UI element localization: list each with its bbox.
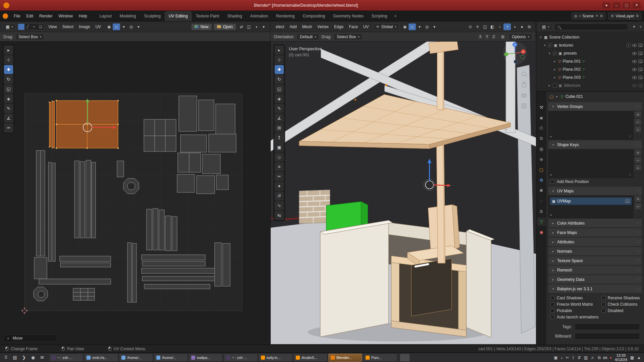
workspace-tab[interactable]: Sculpting [140,11,165,21]
edge-select-mode-icon[interactable]: ╱ [24,24,31,30]
menu-item[interactable]: Mesh [300,23,315,30]
taskbar-window-button[interactable]: Pars... [363,354,397,362]
taskbar-window-button[interactable]: wallpa... [189,354,223,362]
record-icon[interactable]: ● [609,356,612,360]
network-icon[interactable]: ⇵ [578,355,581,360]
chevron-down-icon[interactable]: ▾ [539,36,542,39]
drag-grip-icon[interactable]: ∷ [637,259,639,262]
maximize-button[interactable]: ▢ [623,2,631,8]
chevron-right-icon[interactable]: ▸ [553,76,556,79]
eye-icon[interactable] [632,44,637,47]
heart-icon[interactable]: ♥ [602,2,610,8]
exclude-checkbox[interactable] [627,43,631,47]
music-player-icon[interactable]: ♪ [560,355,562,360]
uv-selected-island[interactable] [49,100,119,149]
workspace-tab[interactable]: Texture Paint [192,11,223,21]
move-tool[interactable]: ✚ [275,65,284,74]
eject-icon[interactable]: ▲ [637,355,641,360]
add-rest-position-checkbox[interactable] [550,180,554,184]
constraints-tab[interactable]: ≣ [537,207,546,215]
menu-item[interactable]: Edge [331,23,346,30]
menu-item[interactable]: Window [55,12,76,20]
navigation-gizmo[interactable]: Z X [503,42,527,65]
camera-icon[interactable] [638,60,643,63]
copy-icon[interactable]: ⧉ [636,14,639,18]
specials-menu-button[interactable]: ⌄ [635,126,641,132]
cart-pole[interactable] [436,145,445,263]
new-image-button[interactable]: New [191,23,212,30]
properties-panel-header[interactable]: ▸ Geometry Data ∷ [548,275,642,284]
snap-magnet-icon[interactable]: ∩ [113,23,120,30]
billboard-dropdown[interactable] [575,333,640,340]
eye-icon[interactable] [632,52,637,55]
uv-map-row[interactable]: ▦ UVMap [550,197,632,205]
chevron-right-icon[interactable]: ▸ [553,60,556,63]
outliner-row-3dtexture[interactable]: ▸ ▣ 3dtexture [538,81,643,89]
browser-icon[interactable]: ◉ [29,354,37,362]
bluetooth-icon[interactable]: ᛒ [572,355,575,360]
display-icon[interactable]: ▥ [584,355,588,360]
minimize-button[interactable]: – [612,2,621,8]
drag-grip-icon[interactable]: ∷ [637,189,639,193]
proportional-edit-icon[interactable]: ◎ [423,23,431,30]
annotate-tool[interactable]: ✎ [4,104,13,113]
rotate-tool[interactable]: ↻ [275,75,284,84]
measure-tool[interactable]: ∡ [4,114,13,123]
open-image-button[interactable]: Open [214,23,236,30]
notification-icon[interactable]: ▣ [554,355,557,360]
vertex-groups-panel-header[interactable]: ▾ Vertex Groups ∷ [548,102,642,111]
camera-icon[interactable] [638,44,643,47]
proportional-falloff-caret-icon[interactable]: ▾ [431,23,438,30]
menu-item[interactable]: Face [346,23,361,30]
world-tab[interactable]: ⊕ [537,155,546,163]
taskbar-window-button[interactable]: ~ : zsh ... [49,354,83,362]
remove-vertex-group-button[interactable]: − [635,119,641,125]
workspace-tab[interactable]: Shading [223,11,246,21]
transform-tool[interactable]: ◈ [275,94,284,103]
search-input[interactable] [562,25,626,29]
shape-keys-list[interactable]: ▸ ⠿ [548,149,633,178]
orientation-dropdown[interactable]: Default ▾ [297,34,319,40]
babylon-option[interactable]: Disabled [601,308,640,313]
overlays-caret-icon[interactable]: ▾ [260,23,267,30]
properties-panel-header[interactable]: ▸ Normals ∷ [548,247,642,255]
expand-icon[interactable]: ⧉ [526,23,533,30]
eye-icon[interactable] [632,60,637,63]
solid-shading-icon[interactable]: ◔ [503,23,511,30]
specials-icon[interactable]: ▸ [550,173,552,176]
menu-item[interactable]: View [46,23,60,30]
menu-item[interactable]: elect [273,23,287,30]
menu-item[interactable]: Render [36,12,55,20]
camera-icon[interactable] [625,199,630,203]
uv-maps-list[interactable]: ▦ UVMap ▸ [548,196,633,218]
chevron-right-icon[interactable]: ▸ [553,68,556,71]
rendered-shading-icon[interactable]: ● [518,23,526,30]
menu-item[interactable]: UV [93,23,104,30]
material-tab[interactable]: ◉ [537,228,546,236]
terminal-icon[interactable]: ❯ [20,354,28,362]
taskbar-window-button[interactable]: Blender... [328,354,362,362]
calendar-icon[interactable]: ▦ [630,355,634,360]
scale-tool[interactable]: ◱ [4,84,13,94]
drag-grip-icon[interactable]: ∷ [637,143,639,146]
drag-grip-icon[interactable]: ∷ [637,240,639,244]
pivot-point-icon[interactable]: ◉ [105,23,113,30]
add-shape-key-button[interactable]: ＋ [635,149,641,156]
copy-icon[interactable]: ⧉ [600,14,603,18]
mail-icon[interactable]: ✉ [38,354,46,362]
editor-type-button[interactable]: ▤ ▾ [539,23,552,30]
checkbox[interactable] [601,309,605,313]
uv-maps-panel-header[interactable]: ▾ UV Maps ∷ [548,187,642,195]
resize-grip-icon[interactable]: ⠿ [629,135,631,138]
drag-grip-icon[interactable]: ∷ [637,287,639,291]
outliner-search[interactable] [554,23,629,30]
grab-tool[interactable]: ✑ [4,123,13,132]
properties-panel-header[interactable]: ▸ Face Maps ∷ [548,228,642,237]
snap-settings-caret-icon[interactable]: ▾ [120,23,127,30]
properties-panel-header[interactable]: ▸ Remesh ∷ [548,266,642,274]
uv-editor-canvas[interactable]: ▸⊹✚↻◱◈✎∡✑ ▸ Move [0,42,270,345]
drag-grip-icon[interactable]: ∷ [637,278,639,281]
modifiers-tab[interactable]: ⚙ [537,176,546,184]
drag-grip-icon[interactable]: ∷ [637,221,639,225]
show-desktop-button[interactable] [400,354,410,362]
